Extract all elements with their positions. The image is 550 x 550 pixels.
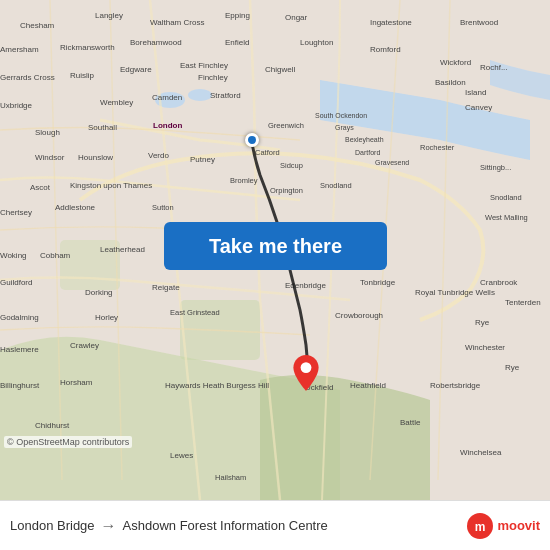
take-me-there-label: Take me there xyxy=(209,235,342,258)
svg-text:Uxbridge: Uxbridge xyxy=(0,101,33,110)
svg-text:Horsham: Horsham xyxy=(60,378,93,387)
svg-text:Haslemere: Haslemere xyxy=(0,345,39,354)
svg-text:Royal Tunbridge Wells: Royal Tunbridge Wells xyxy=(415,288,495,297)
map-container: Chesham Langley Waltham Cross Epping Ong… xyxy=(0,0,550,500)
svg-text:Heathfield: Heathfield xyxy=(350,381,386,390)
svg-text:Basildon: Basildon xyxy=(435,78,466,87)
take-me-there-button[interactable]: Take me there xyxy=(164,222,387,270)
svg-text:Dartford: Dartford xyxy=(355,149,380,156)
svg-text:Southall: Southall xyxy=(88,123,117,132)
svg-text:Chesham: Chesham xyxy=(20,21,55,30)
svg-text:Langley: Langley xyxy=(95,11,123,20)
svg-text:Hailsham: Hailsham xyxy=(215,473,246,482)
svg-text:Woking: Woking xyxy=(0,251,27,260)
svg-text:Canvey: Canvey xyxy=(465,103,492,112)
svg-text:Loughton: Loughton xyxy=(300,38,333,47)
svg-text:Wembley: Wembley xyxy=(100,98,133,107)
svg-text:Hounslow: Hounslow xyxy=(78,153,113,162)
svg-text:Gerrards Cross: Gerrards Cross xyxy=(0,73,55,82)
svg-text:Horley: Horley xyxy=(95,313,118,322)
svg-text:Haywards Heath Burgess Hill: Haywards Heath Burgess Hill xyxy=(165,381,269,390)
svg-text:Tenterden: Tenterden xyxy=(505,298,541,307)
svg-text:South Ockendon: South Ockendon xyxy=(315,112,367,119)
svg-point-2 xyxy=(188,89,212,101)
footer-destination: Ashdown Forest Information Centre xyxy=(123,518,328,533)
svg-text:Sittingb...: Sittingb... xyxy=(480,163,511,172)
svg-text:Robertsbridge: Robertsbridge xyxy=(430,381,481,390)
svg-text:Reigate: Reigate xyxy=(152,283,180,292)
svg-text:Addlestone: Addlestone xyxy=(55,203,96,212)
svg-text:Snodland: Snodland xyxy=(490,193,522,202)
svg-text:Enfield: Enfield xyxy=(225,38,249,47)
svg-text:Chertsey: Chertsey xyxy=(0,208,32,217)
svg-text:Stratford: Stratford xyxy=(210,91,241,100)
svg-text:Cobham: Cobham xyxy=(40,251,71,260)
svg-text:Edgware: Edgware xyxy=(120,65,152,74)
moovit-logo: m moovit xyxy=(466,512,540,540)
svg-text:Brentwood: Brentwood xyxy=(460,18,498,27)
svg-text:Bexleyheath: Bexleyheath xyxy=(345,136,384,144)
svg-text:Ongar: Ongar xyxy=(285,13,308,22)
svg-text:Romford: Romford xyxy=(370,45,401,54)
svg-text:Ruislip: Ruislip xyxy=(70,71,95,80)
svg-text:Edenbridge: Edenbridge xyxy=(285,281,326,290)
svg-text:Windsor: Windsor xyxy=(35,153,65,162)
svg-text:Sidcup: Sidcup xyxy=(280,161,303,170)
origin-marker xyxy=(245,133,259,147)
svg-text:Chidhurst: Chidhurst xyxy=(35,421,70,430)
svg-text:Dorking: Dorking xyxy=(85,288,113,297)
svg-text:Catford: Catford xyxy=(255,148,280,157)
svg-text:Finchley: Finchley xyxy=(198,73,228,82)
svg-text:Guildford: Guildford xyxy=(0,278,32,287)
svg-text:Tonbridge: Tonbridge xyxy=(360,278,396,287)
footer-arrow-icon: → xyxy=(101,517,117,535)
svg-text:West Malling: West Malling xyxy=(485,213,528,222)
svg-text:Orpington: Orpington xyxy=(270,186,303,195)
osm-credit: © OpenStreetMap contributors xyxy=(4,436,132,448)
svg-text:Verdo: Verdo xyxy=(148,151,169,160)
svg-text:Island: Island xyxy=(465,88,486,97)
svg-text:Crowborough: Crowborough xyxy=(335,311,383,320)
svg-text:m: m xyxy=(475,520,486,534)
svg-text:Battle: Battle xyxy=(400,418,421,427)
svg-text:Winchester: Winchester xyxy=(465,343,505,352)
svg-text:Waltham Cross: Waltham Cross xyxy=(150,18,204,27)
svg-text:Grays: Grays xyxy=(335,124,354,132)
svg-text:Leatherhead: Leatherhead xyxy=(100,245,145,254)
svg-text:East Grinstead: East Grinstead xyxy=(170,308,220,317)
svg-text:Sutton: Sutton xyxy=(152,203,174,212)
svg-text:East Finchley: East Finchley xyxy=(180,61,228,70)
svg-text:Cranbrook: Cranbrook xyxy=(480,278,518,287)
svg-text:Ascot: Ascot xyxy=(30,183,51,192)
svg-text:Greenwich: Greenwich xyxy=(268,121,304,130)
moovit-icon: m xyxy=(466,512,494,540)
svg-text:Rochester: Rochester xyxy=(420,143,455,152)
svg-text:Billinghurst: Billinghurst xyxy=(0,381,40,390)
svg-text:Ingatestone: Ingatestone xyxy=(370,18,412,27)
svg-text:Camden: Camden xyxy=(152,93,182,102)
svg-point-91 xyxy=(301,362,312,373)
destination-pin xyxy=(292,355,320,391)
svg-text:Crawley: Crawley xyxy=(70,341,99,350)
svg-text:Winchelsea: Winchelsea xyxy=(460,448,502,457)
svg-text:Rye: Rye xyxy=(475,318,490,327)
svg-text:Amersham: Amersham xyxy=(0,45,39,54)
svg-text:Chigwell: Chigwell xyxy=(265,65,295,74)
moovit-text: moovit xyxy=(497,518,540,533)
svg-text:Putney: Putney xyxy=(190,155,215,164)
svg-text:Rye: Rye xyxy=(505,363,520,372)
svg-text:Wickford: Wickford xyxy=(440,58,471,67)
svg-text:Godalming: Godalming xyxy=(0,313,39,322)
svg-text:Rickmansworth: Rickmansworth xyxy=(60,43,115,52)
svg-text:Gravesend: Gravesend xyxy=(375,159,409,166)
svg-text:Kingston upon Thames: Kingston upon Thames xyxy=(70,181,152,190)
footer-origin: London Bridge xyxy=(10,518,95,533)
svg-text:Lewes: Lewes xyxy=(170,451,193,460)
svg-text:London: London xyxy=(153,121,182,130)
svg-text:Snodland: Snodland xyxy=(320,181,352,190)
svg-text:Bromley: Bromley xyxy=(230,176,258,185)
footer: London Bridge → Ashdown Forest Informati… xyxy=(0,500,550,550)
svg-text:Rochf...: Rochf... xyxy=(480,63,508,72)
svg-text:Epping: Epping xyxy=(225,11,250,20)
footer-route: London Bridge → Ashdown Forest Informati… xyxy=(10,517,466,535)
